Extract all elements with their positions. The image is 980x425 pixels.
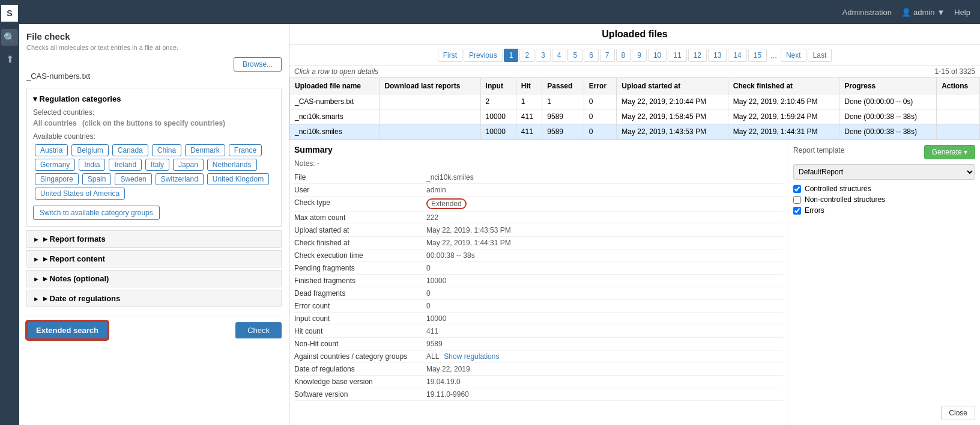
page-14-button[interactable]: 14 — [728, 49, 746, 62]
country-button[interactable]: China — [152, 144, 181, 156]
table-body: _CAS-numbers.txt2110May 22, 2019, 2:10:4… — [290, 94, 980, 139]
summary-field-label: Check type — [294, 198, 426, 209]
country-button[interactable]: Netherlands — [207, 159, 257, 171]
summary-field-value: 10000 — [426, 277, 783, 285]
page-2-button[interactable]: 2 — [519, 49, 534, 62]
previous-page-button[interactable]: Previous — [464, 49, 503, 62]
show-regulations-link[interactable]: Show regulations — [444, 352, 499, 361]
page-9-button[interactable]: 9 — [632, 49, 647, 62]
date-regulations-label: ▸ Date of regulations — [43, 294, 120, 303]
report-formats-section[interactable]: ► ▸ Report formats — [26, 230, 282, 248]
summary-row: Max atom count222 — [294, 212, 783, 224]
selected-countries-label: Selected countries: — [33, 108, 275, 117]
summary-field-label: Knowledge base version — [294, 378, 426, 386]
summary-field-value: 19.04.19.0 — [426, 378, 783, 386]
first-page-button[interactable]: First — [438, 49, 462, 62]
table-cell — [937, 94, 980, 109]
summary-row: Against countries / category groupsALLSh… — [294, 350, 783, 363]
generate-button[interactable]: Generate ▾ — [924, 145, 975, 159]
table-row[interactable]: _nci10k.smiles1000041195890May 22, 2019,… — [290, 124, 980, 139]
controlled-structures-checkbox[interactable] — [793, 185, 801, 193]
page-1-button[interactable]: 1 — [504, 49, 519, 62]
hint-count-row: Click a row to open details 1-15 of 3325 — [289, 66, 980, 78]
bottom-bar: Extended search Check — [26, 316, 282, 344]
summary-notes: Notes: - — [294, 159, 783, 168]
check-button[interactable]: Check — [235, 322, 282, 338]
summary-row: Check finished atMay 22, 2019, 1:44:31 P… — [294, 237, 783, 249]
page-3-button[interactable]: 3 — [536, 49, 551, 62]
country-button[interactable]: Spain — [82, 173, 112, 185]
notes-section[interactable]: ► ▸ Notes (optional) — [26, 270, 282, 287]
summary-field-value: _nci10k.smiles — [426, 173, 783, 182]
arrow-icon: ► — [33, 255, 40, 263]
checkbox-row: Non-controlled structures — [793, 195, 975, 204]
filename: _CAS-numbers.txt — [26, 72, 282, 81]
date-regulations-section[interactable]: ► ▸ Date of regulations — [26, 290, 282, 307]
checkbox-row: Errors — [793, 206, 975, 215]
country-button[interactable]: France — [229, 144, 262, 156]
close-button[interactable]: Close — [941, 406, 975, 420]
report-template-select[interactable]: DefaultReport — [793, 164, 975, 180]
country-button[interactable]: United Kingdom — [207, 173, 269, 185]
country-button[interactable]: Japan — [173, 159, 204, 171]
country-button[interactable]: Ireland — [109, 159, 142, 171]
country-button[interactable]: United States of America — [35, 188, 125, 200]
country-button[interactable]: Singapore — [35, 173, 79, 185]
search-icon[interactable]: 🔍 — [1, 29, 18, 46]
country-button[interactable]: Sweden — [115, 173, 151, 185]
country-button[interactable]: Germany — [35, 159, 75, 171]
page-7-button[interactable]: 7 — [600, 49, 615, 62]
summary-field-label: User — [294, 186, 426, 194]
checkbox-row: Controlled structures — [793, 185, 975, 193]
summary-row: Finished fragments10000 — [294, 275, 783, 287]
upload-icon[interactable]: ⬆ — [1, 50, 18, 67]
page-5-button[interactable]: 5 — [567, 49, 582, 62]
switch-category-groups-button[interactable]: Switch to available category groups — [33, 206, 160, 220]
all-countries: All countries (click on the buttons to s… — [33, 119, 275, 127]
browse-button[interactable]: Browse... — [234, 57, 282, 72]
table-row[interactable]: _nci10k.smarts1000041195890May 22, 2019,… — [290, 109, 980, 124]
table-cell: 9589 — [542, 124, 584, 139]
table-cell: May 22, 2019, 1:44:31 PM — [728, 124, 839, 139]
summary-row: Error count0 — [294, 300, 783, 313]
errors-checkbox[interactable] — [793, 207, 801, 215]
summary-report-row: Summary Notes: - File_nci10k.smilesUsera… — [289, 140, 980, 425]
column-header: Progress — [839, 78, 937, 94]
page-12-button[interactable]: 12 — [688, 49, 707, 62]
checkboxes-container: Controlled structuresNon-controlled stru… — [793, 185, 975, 217]
country-button[interactable]: Austria — [35, 144, 68, 156]
country-buttons: AustriaBelgiumCanadaChinaDenmarkFranceGe… — [33, 143, 275, 201]
country-button[interactable]: Denmark — [185, 144, 225, 156]
page-8-button[interactable]: 8 — [616, 49, 631, 62]
page-13-button[interactable]: 13 — [708, 49, 727, 62]
non-controlled-structures-checkbox[interactable] — [793, 196, 801, 204]
page-15-button[interactable]: 15 — [748, 49, 767, 62]
admin-user[interactable]: 👤 admin ▼ — [901, 8, 945, 17]
summary-field-label: Upload started at — [294, 226, 426, 234]
report-content-section[interactable]: ► ▸ Report content — [26, 250, 282, 268]
next-page-button[interactable]: Next — [781, 49, 806, 62]
summary-field-value: 10000 — [426, 314, 783, 323]
country-button[interactable]: Belgium — [71, 144, 108, 156]
summary-row: Dead fragments0 — [294, 287, 783, 300]
table-cell: Done (00:00:00 -- 0s) — [839, 94, 937, 109]
help-link[interactable]: Help — [954, 8, 970, 17]
summary-row: Pending fragments0 — [294, 262, 783, 275]
last-page-button[interactable]: Last — [808, 49, 832, 62]
regulation-categories-title: ▾ Regulation categories — [33, 94, 275, 103]
administration-link[interactable]: Administration — [842, 8, 892, 17]
country-button[interactable]: Italy — [145, 159, 169, 171]
summary-field-value: 19.11.0-9960 — [426, 390, 783, 399]
pagination: FirstPrevious123456789101112131415...Nex… — [289, 45, 980, 66]
country-button[interactable]: India — [79, 159, 105, 171]
page-10-button[interactable]: 10 — [648, 49, 667, 62]
page-11-button[interactable]: 11 — [668, 49, 686, 62]
page-4-button[interactable]: 4 — [552, 49, 567, 62]
table-row[interactable]: _CAS-numbers.txt2110May 22, 2019, 2:10:4… — [290, 94, 980, 109]
extended-search-button[interactable]: Extended search — [26, 321, 108, 340]
country-button[interactable]: Switzerland — [156, 173, 204, 185]
country-button[interactable]: Canada — [112, 144, 148, 156]
right-header: Uploaded files — [289, 24, 980, 45]
page-6-button[interactable]: 6 — [584, 49, 599, 62]
summary-field-label: Software version — [294, 390, 426, 399]
